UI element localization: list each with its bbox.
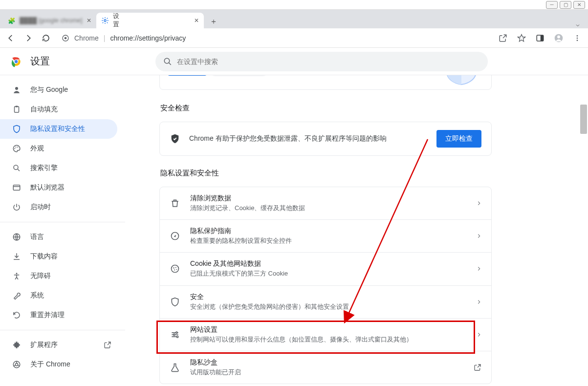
forward-button[interactable] <box>22 31 35 45</box>
safety-check-card: Chrome 有助于保护您免受数据泄露、不良扩展程序等问题的影响 立即检查 <box>159 122 492 156</box>
tab-title: 设置 <box>113 12 122 29</box>
row-subtitle: 控制网站可以使用和显示什么信息（如位置信息、摄像头、弹出式窗口及其他） <box>190 335 467 344</box>
sidebar-item-system[interactable]: 系统 <box>0 286 117 305</box>
row-clear-browsing-data[interactable]: 清除浏览数据 清除浏览记录、Cookie、缓存及其他数据 <box>160 187 491 219</box>
cookie-icon <box>170 264 180 274</box>
row-subtitle: 安全浏览（保护您免受危险网站的侵害）和其他安全设置 <box>190 302 467 311</box>
back-button[interactable] <box>4 31 18 45</box>
row-title: 隐私保护指南 <box>190 227 467 236</box>
svg-point-0 <box>104 20 106 21</box>
svg-point-28 <box>172 265 179 273</box>
share-icon[interactable] <box>496 31 510 45</box>
settings-body: 您与 Google 自动填充 隐私设置和安全性 外观 搜索引擎 默认浏览器 启动… <box>0 75 588 386</box>
tab-list-button[interactable] <box>570 22 585 28</box>
bookmark-icon[interactable] <box>515 31 528 45</box>
svg-point-17 <box>14 148 15 149</box>
search-icon <box>163 57 172 66</box>
sidebar-item-label: 您与 Google <box>30 86 68 94</box>
gear-icon <box>101 17 109 24</box>
row-site-settings[interactable]: 网站设置 控制网站可以使用和显示什么信息（如位置信息、摄像头、弹出式窗口及其他） <box>160 318 491 351</box>
svg-point-33 <box>176 332 177 333</box>
tab-close-icon[interactable]: ✕ <box>87 17 91 24</box>
check-now-button[interactable]: 立即检查 <box>436 130 481 148</box>
flask-icon <box>170 363 180 372</box>
settings-search-input[interactable] <box>177 58 480 65</box>
svg-point-8 <box>577 37 578 39</box>
row-title: Cookie 及其他网站数据 <box>190 259 467 268</box>
row-subtitle: 已阻止无痕模式下的第三方 Cookie <box>190 269 467 278</box>
clipboard-icon <box>12 105 22 114</box>
new-tab-button[interactable]: ＋ <box>207 15 220 28</box>
address-bar[interactable]: Chrome | chrome://settings/privacy <box>57 31 492 45</box>
secondary-button[interactable]: 转到另一部分 <box>213 75 265 76</box>
sidebar-item-extensions[interactable]: 扩展程序 <box>0 335 117 355</box>
compass-icon <box>170 231 180 241</box>
os-close-button[interactable]: ✕ <box>573 1 585 9</box>
row-subtitle: 清除浏览记录、Cookie、缓存及其他数据 <box>190 204 467 213</box>
os-maximize-button[interactable]: ▢ <box>560 1 571 9</box>
svg-rect-4 <box>541 35 544 41</box>
sidebar-item-languages[interactable]: 语言 <box>0 227 117 247</box>
svg-point-34 <box>174 334 175 335</box>
browser-toolbar: Chrome | chrome://settings/privacy <box>0 28 588 48</box>
power-icon <box>12 203 22 212</box>
svg-point-9 <box>577 40 578 41</box>
sidebar-item-privacy-security[interactable]: 隐私设置和安全性 <box>0 119 117 139</box>
tab-close-icon[interactable]: ✕ <box>194 17 199 24</box>
svg-point-2 <box>65 37 67 39</box>
svg-point-7 <box>577 35 578 37</box>
sidebar-item-about-chrome[interactable]: 关于 Chrome <box>0 355 117 374</box>
profile-avatar[interactable] <box>552 31 566 45</box>
wrench-icon <box>12 291 22 300</box>
tab-title: ████ [google chrome] <box>20 17 83 24</box>
sidebar-item-label: 重置并清理 <box>30 311 65 320</box>
sidebar-item-label: 系统 <box>30 291 44 300</box>
tab-inactive[interactable]: 🧩 ████ [google chrome] ✕ <box>3 13 96 28</box>
chevron-right-icon <box>477 266 481 271</box>
sidebar-item-accessibility[interactable]: 无障碍 <box>0 266 117 286</box>
row-cookies[interactable]: Cookie 及其他网站数据 已阻止无痕模式下的第三方 Cookie <box>160 252 491 285</box>
row-privacy-sandbox[interactable]: 隐私沙盒 试用版功能已开启 <box>160 351 491 384</box>
reload-button[interactable] <box>39 31 53 45</box>
row-privacy-guide[interactable]: 隐私保护指南 检查重要的隐私控制设置和安全控件 <box>160 219 491 252</box>
svg-rect-16 <box>16 106 18 107</box>
kebab-menu-icon[interactable] <box>570 31 584 45</box>
sidebar-item-you-and-google[interactable]: 您与 Google <box>0 80 117 100</box>
sidebar-item-autofill[interactable]: 自动填充 <box>0 100 117 119</box>
svg-point-31 <box>174 270 175 271</box>
sidebar-item-label: 自动填充 <box>30 105 58 114</box>
url-scheme-label: Chrome <box>74 34 99 42</box>
os-minimize-button[interactable]: ─ <box>546 1 558 9</box>
safety-check-text: Chrome 有助于保护您免受数据泄露、不良扩展程序等问题的影响 <box>189 134 428 143</box>
search-icon <box>12 164 22 172</box>
row-security[interactable]: 安全 安全浏览（保护您免受危险网站的侵害）和其他安全设置 <box>160 285 491 318</box>
sidebar-item-default-browser[interactable]: 默认浏览器 <box>0 178 117 197</box>
shield-icon <box>12 125 22 133</box>
sidebar-item-reset-cleanup[interactable]: 重置并清理 <box>0 305 117 325</box>
sidepanel-icon[interactable] <box>533 31 547 45</box>
trash-icon <box>170 198 180 208</box>
shield-illustration <box>439 75 483 86</box>
sidebar-item-search-engine[interactable]: 搜索引擎 <box>0 158 117 178</box>
scrollbar-thumb[interactable] <box>580 105 587 134</box>
section-title-privacy: 隐私设置和安全性 <box>160 169 492 178</box>
sidebar-item-label: 隐私设置和安全性 <box>30 125 85 133</box>
site-info-icon[interactable] <box>62 34 69 42</box>
open-in-new-icon <box>474 364 481 371</box>
sidebar-item-downloads[interactable]: 下载内容 <box>0 247 117 266</box>
accessibility-icon <box>12 272 22 280</box>
main-content: 开始使用 转到另一部分 安全检查 Chrome 有助于保护您免受数据泄露、不良扩… <box>125 75 588 386</box>
svg-point-6 <box>557 35 560 38</box>
browser-icon <box>12 183 22 192</box>
sidebar-item-on-startup[interactable]: 启动时 <box>0 197 117 217</box>
shield-icon <box>170 297 180 307</box>
svg-point-19 <box>17 147 18 148</box>
tab-favicon: 🧩 <box>8 17 16 24</box>
settings-search[interactable] <box>155 52 488 71</box>
svg-point-32 <box>176 269 177 270</box>
tab-active-settings[interactable]: 设置 ✕ <box>96 13 204 28</box>
sidebar-item-appearance[interactable]: 外观 <box>0 139 117 158</box>
sidebar-item-label: 下载内容 <box>30 252 58 261</box>
primary-start-button[interactable]: 开始使用 <box>168 75 207 76</box>
svg-point-20 <box>14 165 18 170</box>
